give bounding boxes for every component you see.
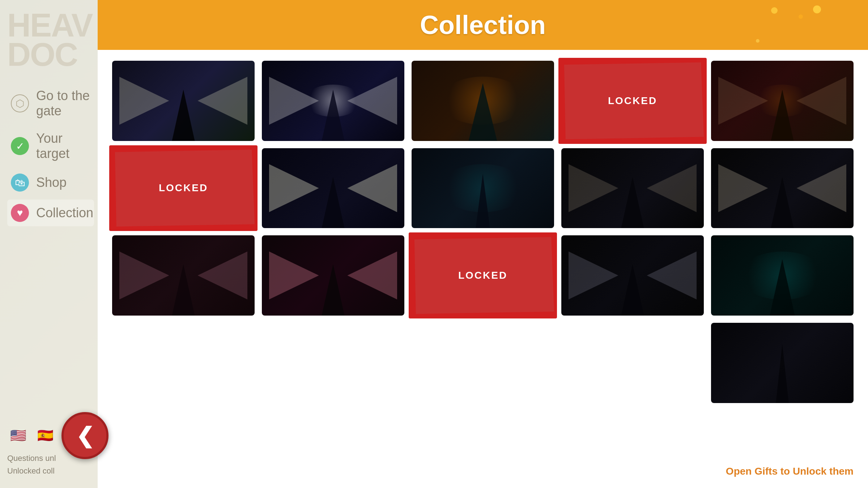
flag-english[interactable]: 🇺🇸 [7, 425, 29, 446]
card-r2c1-locked[interactable]: LOCKED [112, 148, 255, 228]
locked-label-r3c3: LOCKED [412, 235, 554, 316]
sidebar-title: HEAV DOC [7, 11, 94, 69]
empty-r4c1 [112, 323, 255, 403]
unlock-hint: Open Gifts to Unlock them [726, 466, 854, 477]
card-r4c5[interactable] [711, 323, 854, 403]
sidebar-nav: ⬡ Go to the gate ✓ Your target 🛍 Shop ♥ … [7, 84, 94, 418]
card-r1c2[interactable] [262, 61, 404, 141]
panel-header: Collection [98, 0, 868, 50]
card-r2c3[interactable] [412, 148, 554, 228]
locked-label-r1c4: LOCKED [561, 61, 704, 141]
panel-content: LOCKED LOCKED [98, 50, 868, 488]
sidebar-item-target-label: Your target [36, 131, 90, 161]
main-panel: Collection [98, 0, 868, 488]
card-r2c5[interactable] [711, 148, 854, 228]
card-r1c1[interactable] [112, 61, 255, 141]
flag-spanish[interactable]: 🇪🇸 [34, 425, 56, 446]
card-r3c5[interactable] [711, 235, 854, 316]
empty-r4c2 [262, 323, 404, 403]
target-icon: ✓ [11, 137, 29, 155]
card-r2c2[interactable] [262, 148, 404, 228]
sidebar-item-gate[interactable]: ⬡ Go to the gate [7, 84, 94, 123]
card-r1c4-locked[interactable]: LOCKED [561, 61, 704, 141]
card-r3c3-locked[interactable]: LOCKED [412, 235, 554, 316]
card-r1c3[interactable] [412, 61, 554, 141]
sidebar-item-collection[interactable]: ♥ Collection [7, 200, 94, 226]
sidebar-item-collection-label: Collection [36, 205, 93, 221]
back-button[interactable] [61, 412, 109, 459]
empty-r4c4 [561, 323, 704, 403]
shop-icon: 🛍 [11, 174, 29, 192]
sidebar-item-gate-label: Go to the gate [36, 88, 90, 119]
card-r3c2[interactable] [262, 235, 404, 316]
empty-r4c3 [412, 323, 554, 403]
sidebar-item-shop[interactable]: 🛍 Shop [7, 169, 94, 196]
gate-icon: ⬡ [11, 94, 29, 112]
locked-label-r2c1: LOCKED [112, 148, 255, 228]
card-r1c5[interactable] [711, 61, 854, 141]
card-r2c4[interactable] [561, 148, 704, 228]
sidebar-item-shop-label: Shop [36, 175, 67, 190]
card-r3c4[interactable] [561, 235, 704, 316]
panel-title: Collection [112, 10, 854, 40]
collection-grid: LOCKED LOCKED [112, 61, 854, 403]
sidebar-item-target[interactable]: ✓ Your target [7, 127, 94, 166]
collection-icon: ♥ [11, 204, 29, 222]
card-r3c1[interactable] [112, 235, 255, 316]
